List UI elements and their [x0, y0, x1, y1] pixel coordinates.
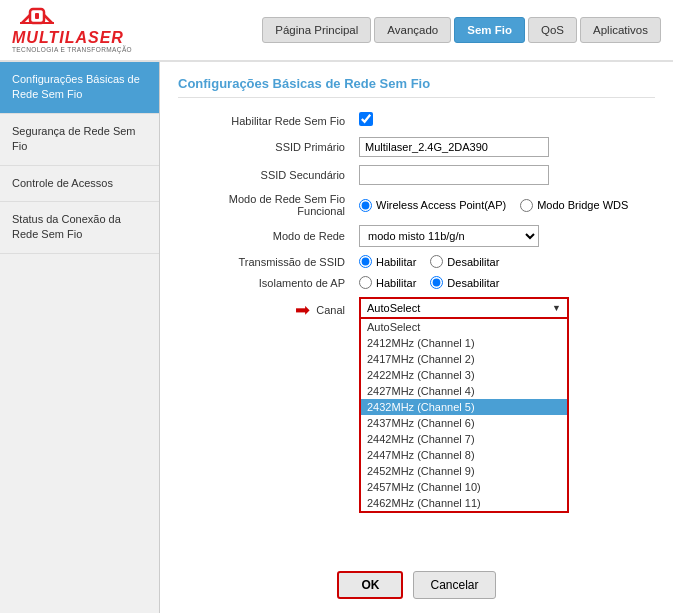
isolamento-habilitar-label[interactable]: Habilitar [359, 276, 416, 289]
canal-option-ch3[interactable]: 2422MHz (Channel 3) [361, 367, 567, 383]
canal-option-ch4[interactable]: 2427MHz (Channel 4) [361, 383, 567, 399]
habilitar-checkbox[interactable] [359, 112, 373, 126]
transmissao-desabilitar-radio[interactable] [430, 255, 443, 268]
canal-label: ➡ Canal [178, 293, 353, 325]
modo-bridge-text: Modo Bridge WDS [537, 199, 628, 211]
modo-de-rede-label: Modo de Rede [178, 221, 353, 251]
modo-ap-radio[interactable] [359, 199, 372, 212]
modo-bridge-radio-label[interactable]: Modo Bridge WDS [520, 199, 628, 212]
nav-qos[interactable]: QoS [528, 17, 577, 43]
canal-option-ch2[interactable]: 2417MHz (Channel 2) [361, 351, 567, 367]
habilitar-cell [353, 108, 655, 133]
ssid-primario-cell [353, 133, 655, 161]
canal-dropdown-display[interactable]: AutoSelect ▼ [359, 297, 569, 319]
logo-text: MULTILASER [12, 30, 124, 46]
logo-icon [12, 7, 62, 29]
canal-option-ch10[interactable]: 2457MHz (Channel 10) [361, 479, 567, 495]
canal-dropdown-arrow: ▼ [552, 303, 561, 313]
isolamento-label: Isolamento de AP [178, 272, 353, 293]
logo-tagline: TECNOLOGIA E TRANSFORMAÇÃO [12, 46, 132, 53]
modo-ap-radio-label[interactable]: Wireless Access Point(AP) [359, 199, 506, 212]
canal-option-ch6[interactable]: 2437MHz (Channel 6) [361, 415, 567, 431]
canal-option-ch11[interactable]: 2462MHz (Channel 11) [361, 495, 567, 511]
ssid-secundario-cell [353, 161, 655, 189]
button-row: OK Cancelar [160, 571, 673, 599]
nav-sem-fio[interactable]: Sem Fio [454, 17, 525, 43]
canal-option-ch8[interactable]: 2447MHz (Channel 8) [361, 447, 567, 463]
arrow-indicator: ➡ [295, 299, 310, 321]
sidebar-item-config-basica[interactable]: Configurações Básicas de Rede Sem Fio [0, 62, 159, 114]
modo-ap-text: Wireless Access Point(AP) [376, 199, 506, 211]
main-layout: Configurações Básicas de Rede Sem Fio Se… [0, 62, 673, 613]
nav-bar: Página Principal Avançado Sem Fio QoS Ap… [262, 17, 661, 43]
transmissao-desabilitar-text: Desabilitar [447, 256, 499, 268]
ssid-secundario-input[interactable] [359, 165, 549, 185]
sidebar-item-status[interactable]: Status da Conexão da Rede Sem Fio [0, 202, 159, 254]
canal-option-ch7[interactable]: 2442MHz (Channel 7) [361, 431, 567, 447]
ssid-primario-input[interactable] [359, 137, 549, 157]
transmissao-habilitar-text: Habilitar [376, 256, 416, 268]
canal-option-ch1[interactable]: 2412MHz (Channel 1) [361, 335, 567, 351]
transmissao-habilitar-radio[interactable] [359, 255, 372, 268]
cancelar-button[interactable]: Cancelar [413, 571, 495, 599]
canal-cell: AutoSelect ▼ AutoSelect 2412MHz (Channel… [353, 293, 655, 325]
page-title: Configurações Básicas de Rede Sem Fio [178, 76, 655, 98]
modo-de-rede-cell: modo misto 11b/g/n [353, 221, 655, 251]
ssid-secundario-label: SSID Secundário [178, 161, 353, 189]
canal-dropdown-list: AutoSelect 2412MHz (Channel 1) 2417MHz (… [359, 319, 569, 513]
modo-rede-cell: Wireless Access Point(AP) Modo Bridge WD… [353, 189, 655, 221]
canal-option-autoselect[interactable]: AutoSelect [361, 319, 567, 335]
logo-area: MULTILASER TECNOLOGIA E TRANSFORMAÇÃO [12, 7, 132, 53]
isolamento-habilitar-text: Habilitar [376, 277, 416, 289]
nav-aplicativos[interactable]: Aplicativos [580, 17, 661, 43]
modo-rede-label: Modo de Rede Sem Fio Funcional [178, 189, 353, 221]
isolamento-habilitar-radio[interactable] [359, 276, 372, 289]
transmissao-cell: Habilitar Desabilitar [353, 251, 655, 272]
sidebar-item-seguranca[interactable]: Segurança de Rede Sem Fio [0, 114, 159, 166]
transmissao-desabilitar-label[interactable]: Desabilitar [430, 255, 499, 268]
ok-button[interactable]: OK [337, 571, 403, 599]
sidebar-item-controle[interactable]: Controle de Acessos [0, 166, 159, 202]
canal-option-ch9[interactable]: 2452MHz (Channel 9) [361, 463, 567, 479]
habilitar-label: Habilitar Rede Sem Fio [178, 108, 353, 133]
svg-rect-1 [35, 13, 39, 19]
header: MULTILASER TECNOLOGIA E TRANSFORMAÇÃO Pá… [0, 0, 673, 62]
isolamento-desabilitar-radio[interactable] [430, 276, 443, 289]
isolamento-desabilitar-label[interactable]: Desabilitar [430, 276, 499, 289]
isolamento-cell: Habilitar Desabilitar [353, 272, 655, 293]
canal-selected-value: AutoSelect [367, 302, 420, 314]
transmissao-habilitar-label[interactable]: Habilitar [359, 255, 416, 268]
nav-pagina-principal[interactable]: Página Principal [262, 17, 371, 43]
canal-option-ch5[interactable]: 2432MHz (Channel 5) [361, 399, 567, 415]
modo-de-rede-select[interactable]: modo misto 11b/g/n [359, 225, 539, 247]
content-area: Configurações Básicas de Rede Sem Fio Ha… [160, 62, 673, 613]
isolamento-desabilitar-text: Desabilitar [447, 277, 499, 289]
canal-dropdown-wrapper: AutoSelect ▼ AutoSelect 2412MHz (Channel… [359, 297, 569, 319]
canal-text: Canal [316, 304, 345, 316]
form-table: Habilitar Rede Sem Fio SSID Primário SSI… [178, 108, 655, 325]
transmissao-label: Transmissão de SSID [178, 251, 353, 272]
sidebar: Configurações Básicas de Rede Sem Fio Se… [0, 62, 160, 613]
nav-avancado[interactable]: Avançado [374, 17, 451, 43]
ssid-primario-label: SSID Primário [178, 133, 353, 161]
modo-bridge-radio[interactable] [520, 199, 533, 212]
